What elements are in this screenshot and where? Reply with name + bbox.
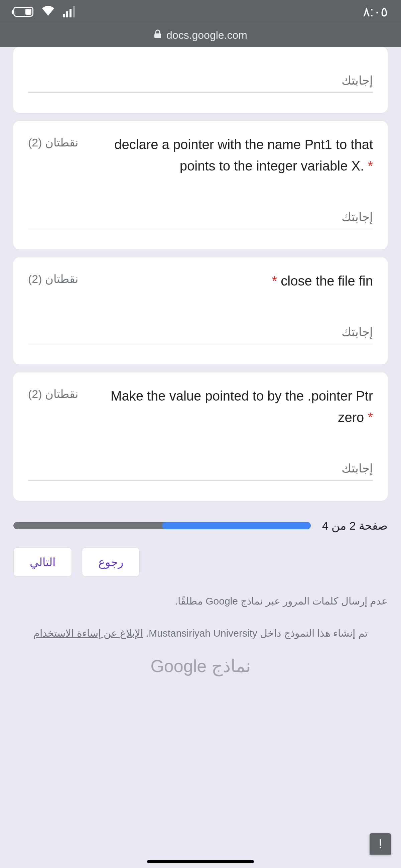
question-text: Make the value pointed to by the .pointe… xyxy=(86,385,373,428)
answer-input[interactable] xyxy=(28,70,373,92)
clock: ٨:٠٥ xyxy=(363,4,388,20)
points-label: نقطتان (2) xyxy=(28,385,78,401)
svg-rect-0 xyxy=(155,33,161,38)
answer-field[interactable] xyxy=(28,458,373,481)
password-disclaimer: عدم إرسال كلمات المرور عبر نماذج Google … xyxy=(13,592,388,610)
required-asterisk: * xyxy=(368,158,373,173)
wifi-icon xyxy=(41,5,55,19)
question-text: declare a pointer with the name Pnt1 to … xyxy=(86,134,373,177)
points-label: نقطتان (2) xyxy=(28,134,78,149)
answer-input[interactable] xyxy=(28,322,373,344)
org-line: تم إنشاء هذا النموذج داخل Mustansiriyah … xyxy=(13,624,388,643)
feedback-button[interactable]: ! xyxy=(370,833,391,855)
answer-input[interactable] xyxy=(28,207,373,229)
report-abuse-link[interactable]: الإبلاغ عن إساءة الاستخدام xyxy=(33,628,143,639)
required-asterisk: * xyxy=(368,410,373,425)
google-forms-brand[interactable]: نماذج Google xyxy=(13,656,388,676)
lock-icon xyxy=(154,29,162,41)
question-card: نقطتان (2) * close the file fin xyxy=(13,257,388,365)
next-button[interactable]: التالي xyxy=(13,548,72,577)
progress-row: صفحة 2 من 4 xyxy=(13,519,388,532)
url-text: docs.google.com xyxy=(166,29,247,41)
question-card: نقطتان (2) declare a pointer with the na… xyxy=(13,121,388,249)
battery-icon xyxy=(13,7,33,17)
exclamation-icon: ! xyxy=(379,837,382,851)
back-button[interactable]: رجوع xyxy=(82,548,140,577)
question-text: * close the file fin xyxy=(86,270,373,291)
answer-field[interactable] xyxy=(28,207,373,229)
progress-bar xyxy=(13,522,311,529)
signal-icon xyxy=(63,6,75,18)
status-bar: ٨:٠٥ xyxy=(0,0,401,23)
answer-field[interactable] xyxy=(28,322,373,344)
answer-input[interactable] xyxy=(28,458,373,480)
required-asterisk: * xyxy=(272,274,277,288)
progress-label: صفحة 2 من 4 xyxy=(322,519,388,532)
answer-field[interactable] xyxy=(28,70,373,93)
home-indicator[interactable] xyxy=(147,860,254,863)
points-label: نقطتان (2) xyxy=(28,270,78,285)
question-card xyxy=(13,47,388,113)
url-bar[interactable]: docs.google.com xyxy=(0,23,401,47)
question-card: نقطتان (2) Make the value pointed to by … xyxy=(13,372,388,501)
